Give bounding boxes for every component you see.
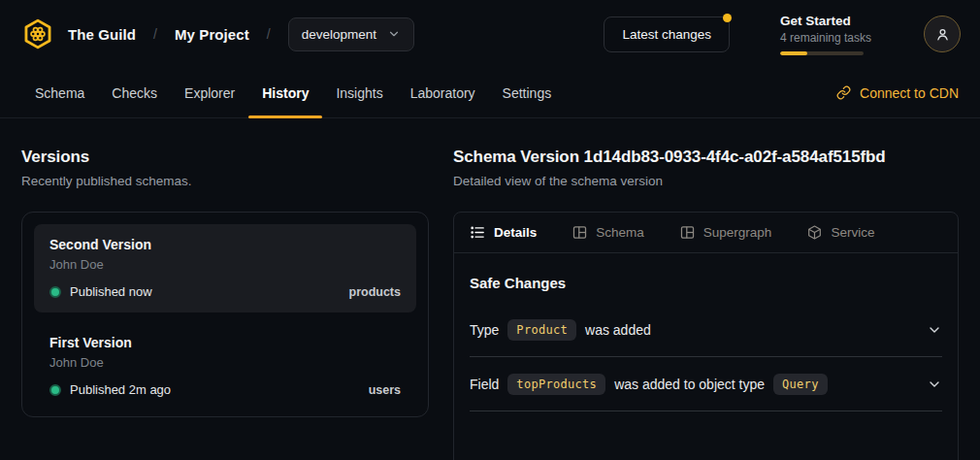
detail-tab-label: Service	[831, 225, 874, 240]
change-code: Product	[507, 319, 576, 341]
tab-label: Schema	[35, 85, 84, 101]
change-text: Field	[470, 377, 499, 392]
change-row-field-added[interactable]: Field topProducts was added to object ty…	[470, 357, 942, 411]
detail-tab-label: Supergraph	[703, 225, 772, 240]
breadcrumb-separator: /	[153, 26, 157, 42]
chevron-down-icon[interactable]	[927, 377, 942, 392]
tab-laboratory[interactable]: Laboratory	[397, 68, 489, 117]
version-service: products	[349, 285, 401, 299]
version-status: Published now	[70, 284, 152, 299]
versions-panel: Versions Recently published schemas. Sec…	[21, 148, 429, 460]
versions-title: Versions	[21, 148, 429, 167]
chevron-down-icon	[387, 27, 401, 41]
published-dot-icon	[49, 286, 61, 298]
version-detail-card: Details Schema Sup	[453, 212, 959, 460]
tab-history[interactable]: History	[248, 68, 322, 117]
breadcrumb: The Guild / My Project / development	[21, 17, 414, 51]
get-started-widget[interactable]: Get Started 4 remaining tasks	[780, 14, 871, 55]
detail-content: Safe Changes Type Product was added Fiel…	[454, 253, 958, 411]
schema-version-title: Schema Version 1d14db83-0933-4f4c-a02f-a…	[453, 148, 959, 167]
detail-tab-supergraph[interactable]: Supergraph	[679, 224, 772, 241]
environment-select[interactable]: development	[288, 17, 414, 51]
latest-changes-label: Latest changes	[622, 27, 711, 42]
tab-label: Laboratory	[410, 85, 475, 101]
breadcrumb-separator: /	[267, 26, 271, 42]
change-code: topProducts	[507, 374, 605, 395]
top-bar: The Guild / My Project / development Lat…	[0, 0, 980, 68]
detail-tab-schema[interactable]: Schema	[572, 224, 644, 241]
schema-version-subtitle: Detailed view of the schema version	[453, 174, 959, 188]
tab-label: Settings	[503, 85, 552, 101]
get-started-progress-fill	[780, 51, 807, 55]
user-icon	[934, 26, 951, 43]
version-service: users	[369, 383, 401, 397]
version-author: John Doe	[49, 257, 401, 272]
top-bar-right: Latest changes Get Started 4 remaining t…	[604, 14, 961, 55]
tab-explorer[interactable]: Explorer	[171, 68, 248, 117]
link-icon	[836, 85, 851, 100]
safe-changes-heading: Safe Changes	[470, 275, 942, 291]
change-text: was added to object type	[614, 377, 765, 392]
get-started-progress	[780, 51, 864, 55]
target-nav: Schema Checks Explorer History Insights …	[0, 68, 980, 118]
main-content: Versions Recently published schemas. Sec…	[0, 118, 980, 460]
hive-logo-icon[interactable]	[21, 17, 54, 50]
project-name[interactable]: My Project	[175, 26, 249, 43]
latest-changes-button[interactable]: Latest changes	[604, 16, 730, 52]
version-name: First Version	[49, 335, 401, 350]
tab-schema[interactable]: Schema	[21, 68, 98, 117]
cube-icon	[806, 224, 823, 241]
detail-tab-label: Schema	[596, 225, 644, 240]
tab-checks[interactable]: Checks	[98, 68, 171, 117]
tab-label: Insights	[336, 85, 382, 101]
connect-to-cdn-label: Connect to CDN	[860, 85, 959, 101]
version-author: John Doe	[49, 355, 401, 370]
get-started-subtitle: 4 remaining tasks	[780, 31, 871, 45]
change-code: Query	[773, 374, 828, 395]
nav-tabs: Schema Checks Explorer History Insights …	[21, 68, 565, 117]
version-detail-panel: Schema Version 1d14db83-0933-4f4c-a02f-a…	[453, 148, 959, 460]
detail-tabs: Details Schema Sup	[454, 213, 958, 253]
tab-label: History	[262, 85, 309, 101]
versions-subtitle: Recently published schemas.	[21, 174, 429, 188]
notification-dot	[723, 14, 732, 22]
environment-select-value: development	[302, 27, 376, 42]
tab-settings[interactable]: Settings	[489, 68, 566, 117]
org-name[interactable]: The Guild	[68, 26, 136, 43]
tab-label: Checks	[112, 85, 157, 101]
version-item-first[interactable]: First Version John Doe Published 2m ago …	[34, 322, 416, 411]
version-status: Published 2m ago	[70, 382, 171, 397]
connect-to-cdn-link[interactable]: Connect to CDN	[836, 68, 959, 117]
change-row-type-added[interactable]: Type Product was added	[470, 303, 942, 357]
detail-tab-label: Details	[494, 225, 537, 240]
columns-icon	[572, 224, 588, 241]
detail-tab-service[interactable]: Service	[806, 224, 874, 241]
columns-icon	[679, 224, 696, 241]
list-icon	[470, 224, 486, 241]
tab-label: Explorer	[184, 85, 235, 101]
chevron-down-icon[interactable]	[927, 322, 942, 338]
get-started-title: Get Started	[780, 14, 871, 28]
versions-list: Second Version John Doe Published now pr…	[21, 212, 429, 417]
change-text: was added	[585, 322, 651, 338]
user-menu-button[interactable]	[924, 16, 961, 52]
published-dot-icon	[49, 384, 61, 396]
version-name: Second Version	[49, 237, 401, 252]
change-text: Type	[470, 322, 499, 338]
changes-list: Type Product was added Field topProducts…	[470, 303, 942, 411]
tab-insights[interactable]: Insights	[322, 68, 396, 117]
version-item-second[interactable]: Second Version John Doe Published now pr…	[34, 224, 416, 312]
detail-tab-details[interactable]: Details	[470, 224, 537, 241]
